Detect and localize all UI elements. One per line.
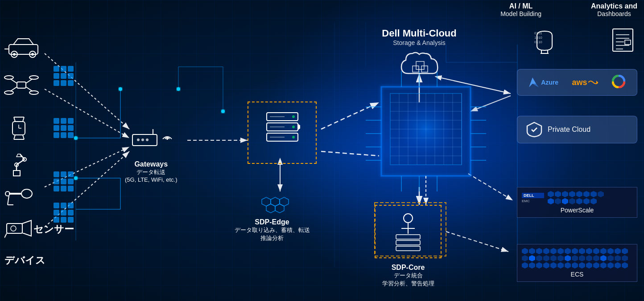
analytics-icon	[611, 27, 635, 55]
watch-icon	[9, 115, 29, 143]
car-icon	[4, 37, 42, 61]
svg-text:1010: 1010	[534, 36, 542, 40]
svg-marker-129	[22, 220, 31, 236]
svg-point-96	[13, 53, 16, 56]
svg-rect-156	[396, 235, 420, 239]
svg-marker-151	[266, 204, 275, 213]
sdp-core-label: SDP-Core データ統合 学習分析、警告処理	[357, 264, 459, 288]
gateway-title: Gateways	[125, 160, 178, 168]
sdp-edge-subtitle2: 推論分析	[227, 234, 317, 242]
azure-label: Azure	[541, 79, 558, 86]
cloud-providers-box: Azure aws	[517, 69, 637, 96]
svg-point-97	[31, 53, 34, 56]
main-content: AI / ML Model Building Analytics and Das…	[0, 0, 644, 301]
svg-line-101	[26, 79, 33, 83]
svg-point-137	[166, 138, 168, 140]
svg-rect-117	[13, 171, 20, 176]
svg-point-135	[146, 138, 149, 141]
svg-rect-99	[17, 82, 26, 88]
private-cloud-box: Private Cloud	[517, 116, 637, 143]
svg-rect-93	[9, 45, 38, 54]
gateway-router-icon	[132, 126, 181, 154]
sdp-edge-label: SDP-Edge データ取り込み、蓄積、転送 推論分析	[227, 218, 317, 242]
sdp-edge-box	[248, 102, 317, 164]
svg-point-134	[141, 138, 144, 141]
svg-rect-83	[625, 40, 631, 45]
svg-rect-157	[396, 240, 420, 245]
svg-line-112	[14, 135, 15, 139]
svg-line-110	[23, 117, 24, 122]
sdp-core-box	[375, 205, 442, 258]
svg-rect-88	[421, 66, 428, 72]
dell-multicloud-label: Dell Multi-Cloud Storage & Analysis	[366, 28, 473, 46]
sdp-core-subtitle1: データ統合	[357, 272, 459, 280]
svg-rect-158	[396, 246, 420, 251]
dell-multicloud-subtitle: Storage & Analysis	[366, 39, 473, 46]
aws-provider: aws	[572, 78, 598, 87]
svg-line-102	[10, 87, 17, 91]
sensor-label: センサー	[33, 223, 74, 236]
robot-arm-icon	[4, 150, 29, 179]
security-camera-icon	[4, 218, 33, 240]
svg-point-133	[137, 138, 140, 141]
gateway-subtitle1: データ転送	[125, 168, 178, 176]
powerscale-label: PowerScale	[522, 207, 632, 214]
svg-point-107	[29, 91, 38, 94]
svg-rect-128	[7, 224, 22, 233]
svg-point-123	[21, 189, 32, 198]
ecs-box: ECS	[517, 244, 637, 282]
ai-head-icon: 0101 1010 0110	[533, 29, 557, 57]
svg-point-153	[404, 214, 413, 223]
svg-marker-90	[533, 84, 539, 87]
ai-ml-section: AI / ML Model Building	[500, 2, 541, 17]
analytics-section-label: Analytics and Dashboards	[591, 2, 637, 17]
cloud-icon	[399, 49, 444, 82]
svg-marker-89	[529, 77, 536, 87]
svg-point-130	[11, 226, 16, 231]
sdp-edge-subtitle1: データ取り込み、蓄積、転送	[227, 226, 317, 234]
sdp-core-title: SDP-Core	[357, 264, 459, 272]
powerscale-box: DELL EMC PowerScale	[517, 187, 637, 218]
google-cloud-provider	[612, 75, 625, 90]
device-label: デバイス	[4, 254, 45, 267]
svg-point-106	[4, 91, 13, 94]
circuit-grid-2	[54, 118, 74, 138]
svg-point-104	[4, 76, 13, 79]
drone-icon	[4, 72, 39, 98]
ai-ml-subtitle: Model Building	[500, 10, 541, 17]
svg-point-141	[292, 126, 295, 128]
svg-marker-144	[298, 124, 300, 130]
ai-ml-title: AI / ML	[500, 2, 541, 10]
sdp-core-subtitle2: 学習分析、警告処理	[357, 280, 459, 288]
gateway-subtitle2: (5G, LTE, WiFi, etc.)	[125, 176, 178, 183]
private-cloud-label: Private Cloud	[548, 126, 590, 134]
analytics-title: Analytics and	[591, 2, 637, 10]
circuit-grid-4	[54, 203, 74, 223]
dell-multicloud-title: Dell Multi-Cloud	[366, 28, 473, 39]
analytics-subtitle: Dashboards	[591, 10, 637, 17]
svg-rect-87	[413, 66, 419, 72]
svg-rect-86	[416, 61, 424, 69]
telescope-icon	[2, 183, 33, 209]
svg-line-103	[26, 87, 33, 91]
svg-text:0101: 0101	[534, 31, 542, 35]
svg-line-100	[10, 79, 17, 83]
svg-line-113	[23, 135, 24, 139]
svg-marker-152	[275, 204, 284, 213]
svg-point-139	[292, 115, 295, 118]
gateway-label: Gateways データ転送 (5G, LTE, WiFi, etc.)	[125, 160, 178, 183]
mesh-icon	[255, 195, 295, 219]
svg-point-143	[292, 136, 295, 138]
svg-line-109	[14, 117, 15, 122]
circuit-grid-3	[54, 171, 74, 191]
circuit-grid-1	[54, 66, 74, 86]
svg-text:0110: 0110	[534, 40, 542, 44]
ecs-label: ECS	[522, 271, 632, 278]
svg-line-131	[4, 233, 7, 238]
azure-provider: Azure	[529, 77, 558, 87]
aws-label: aws	[572, 78, 587, 87]
svg-rect-132	[132, 134, 157, 146]
svg-line-126	[8, 196, 9, 205]
sdp-edge-title: SDP-Edge	[227, 218, 317, 226]
svg-point-105	[29, 76, 38, 79]
